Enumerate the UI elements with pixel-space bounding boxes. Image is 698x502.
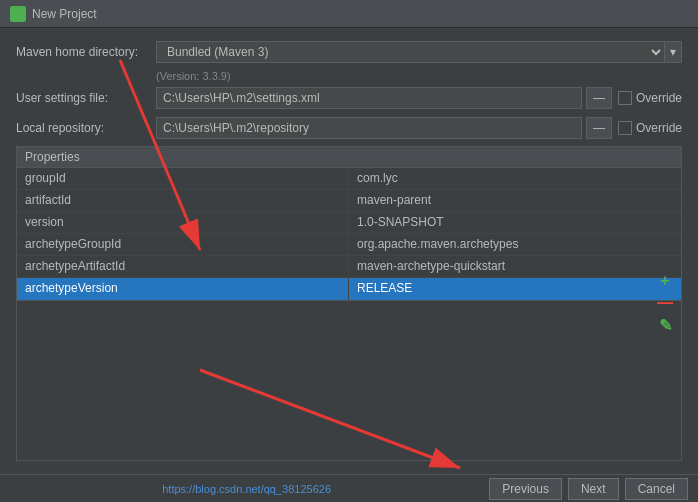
- svg-rect-3: [19, 12, 22, 14]
- user-settings-label: User settings file:: [16, 91, 156, 105]
- cancel-button[interactable]: Cancel: [625, 478, 688, 500]
- remove-property-button[interactable]: —: [656, 294, 674, 312]
- empty-properties-area: [16, 301, 682, 461]
- user-settings-row: User settings file: — Override: [16, 86, 682, 110]
- prop-key-version: version: [17, 212, 349, 233]
- add-property-button[interactable]: +: [656, 272, 674, 290]
- bottom-bar: https://blog.csdn.net/qq_38125626 Previo…: [0, 474, 698, 502]
- title-text: New Project: [32, 7, 97, 21]
- properties-actions: + — ✎: [656, 272, 674, 334]
- title-icon: [10, 6, 26, 22]
- properties-header: Properties: [16, 146, 682, 168]
- user-settings-input[interactable]: [156, 87, 582, 109]
- svg-rect-1: [14, 10, 18, 14]
- prop-value-version: 1.0-SNAPSHOT: [349, 212, 681, 233]
- local-repo-row: Local repository: — Override: [16, 116, 682, 140]
- user-settings-override-checkbox[interactable]: [618, 91, 632, 105]
- prop-key-archetypegroupid: archetypeGroupId: [17, 234, 349, 255]
- svg-rect-4: [14, 16, 22, 18]
- csdn-link[interactable]: https://blog.csdn.net/qq_38125626: [10, 483, 483, 495]
- prop-value-artifactid: maven-parent: [349, 190, 681, 211]
- table-row[interactable]: artifactId maven-parent: [17, 190, 681, 212]
- next-button[interactable]: Next: [568, 478, 619, 500]
- main-content: Maven home directory: Bundled (Maven 3) …: [0, 28, 698, 473]
- table-row[interactable]: archetypeVersion RELEASE: [17, 278, 681, 300]
- maven-home-dropdown-icon[interactable]: ▾: [664, 41, 682, 63]
- prop-value-archetypeartifactid: maven-archetype-quickstart: [349, 256, 681, 277]
- title-bar: New Project: [0, 0, 698, 28]
- previous-button[interactable]: Previous: [489, 478, 562, 500]
- maven-home-label: Maven home directory:: [16, 45, 156, 59]
- svg-rect-2: [19, 10, 22, 12]
- version-row: (Version: 3.3.9): [156, 70, 682, 82]
- local-repo-browse-button[interactable]: —: [586, 117, 612, 139]
- table-row[interactable]: version 1.0-SNAPSHOT: [17, 212, 681, 234]
- local-repo-label: Local repository:: [16, 121, 156, 135]
- user-settings-override: Override: [618, 91, 682, 105]
- local-repo-override-checkbox[interactable]: [618, 121, 632, 135]
- edit-property-button[interactable]: ✎: [656, 316, 674, 334]
- maven-home-select[interactable]: Bundled (Maven 3): [156, 41, 665, 63]
- prop-key-groupid: groupId: [17, 168, 349, 189]
- properties-section: Properties groupId com.lyc artifactId ma…: [16, 146, 682, 461]
- table-row[interactable]: archetypeGroupId org.apache.maven.archet…: [17, 234, 681, 256]
- properties-table: groupId com.lyc artifactId maven-parent …: [16, 168, 682, 301]
- prop-value-groupid: com.lyc: [349, 168, 681, 189]
- table-row[interactable]: groupId com.lyc: [17, 168, 681, 190]
- prop-value-archetypeversion: RELEASE: [349, 278, 681, 300]
- local-repo-override: Override: [618, 121, 682, 135]
- prop-key-archetypeversion: archetypeVersion: [17, 278, 349, 300]
- local-repo-input[interactable]: [156, 117, 582, 139]
- local-repo-override-label: Override: [636, 121, 682, 135]
- maven-home-row: Maven home directory: Bundled (Maven 3) …: [16, 40, 682, 64]
- prop-key-artifactid: artifactId: [17, 190, 349, 211]
- user-settings-override-label: Override: [636, 91, 682, 105]
- prop-key-archetypeartifactid: archetypeArtifactId: [17, 256, 349, 277]
- table-row[interactable]: archetypeArtifactId maven-archetype-quic…: [17, 256, 681, 278]
- user-settings-browse-button[interactable]: —: [586, 87, 612, 109]
- prop-value-archetypegroupid: org.apache.maven.archetypes: [349, 234, 681, 255]
